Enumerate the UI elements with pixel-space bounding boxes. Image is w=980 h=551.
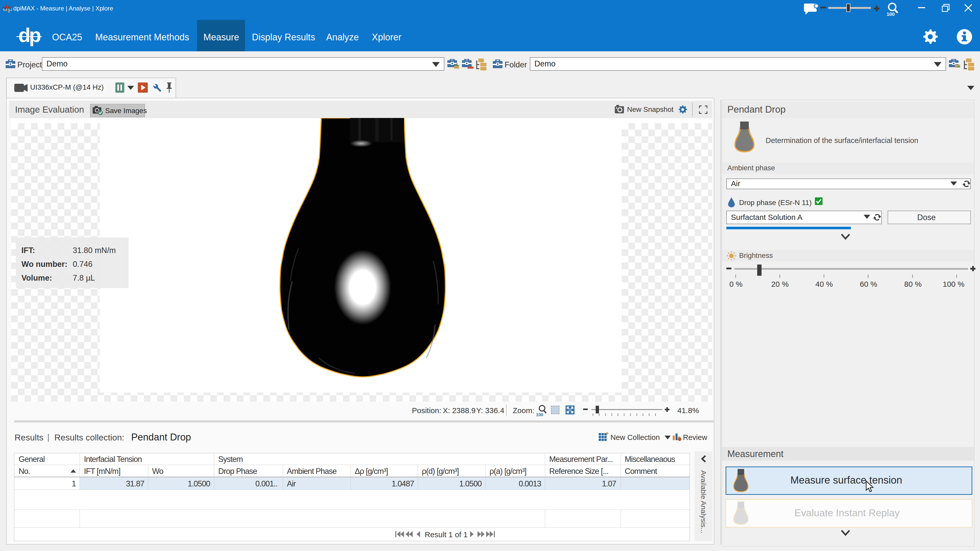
svg-text:100: 100 (536, 412, 543, 417)
svg-text:100: 100 (886, 11, 895, 16)
